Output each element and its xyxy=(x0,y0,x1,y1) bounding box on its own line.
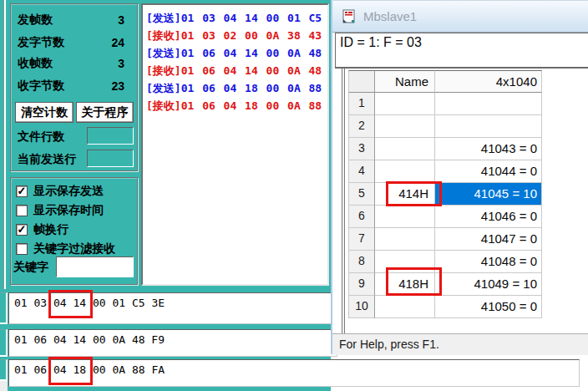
checkbox-box[interactable]: ✓ xyxy=(16,224,28,236)
value-cell[interactable]: 41046 = 0 xyxy=(435,206,542,228)
checkbox-label: 显示保存时间 xyxy=(33,203,104,218)
table-row: 6 41046 = 0 xyxy=(348,206,542,228)
corner-header-cell xyxy=(348,70,375,93)
value-cell[interactable] xyxy=(435,93,542,115)
checkbox-box[interactable] xyxy=(16,205,28,216)
row-number[interactable]: 5 xyxy=(348,183,375,206)
window-title: Mbslave1 xyxy=(363,9,417,23)
file-lines-label: 文件行数 xyxy=(18,129,64,145)
name-cell[interactable]: 414H xyxy=(375,183,435,206)
grid-left-edge xyxy=(342,69,345,333)
slave-id-header: ID = 1: F = 03 xyxy=(335,33,588,69)
hex-annotated-bytes: 04 18 xyxy=(53,363,86,376)
row-number[interactable]: 6 xyxy=(348,206,375,228)
stat-label: 发帧数 xyxy=(11,13,53,28)
hex-annotated-bytes: 04 14 xyxy=(53,297,86,309)
check-icon: ✓ xyxy=(18,223,27,236)
checkbox-keyword-filter[interactable]: 关键字过滤接收 xyxy=(16,241,115,256)
hex-text: 00 01 C5 3E xyxy=(86,297,165,309)
row-number[interactable]: 9 xyxy=(348,273,375,296)
stat-received-frames: 收帧数 3 xyxy=(11,54,137,73)
row-number[interactable]: 3 xyxy=(348,138,375,160)
send-frame-input-1[interactable]: 01 03 04 14 00 01 C5 3E xyxy=(8,292,337,324)
row-number[interactable]: 4 xyxy=(348,160,375,183)
stat-label: 收帧数 xyxy=(11,56,53,71)
table-row: 10 41050 = 0 xyxy=(348,296,542,318)
send-frame-input-3[interactable]: 01 06 04 18 00 0A 88 FA xyxy=(8,359,580,387)
checkbox-label: 帧换行 xyxy=(33,222,68,237)
row-number[interactable]: 8 xyxy=(348,251,375,273)
mbslave-window: Mbslave1 ID = 1: F = 03 Name 4x1040 1 2 … xyxy=(331,0,588,354)
keyword-input[interactable] xyxy=(56,256,134,277)
log-line: [接收]01 03 02 00 0A 38 43 xyxy=(146,27,327,44)
document-icon xyxy=(342,9,357,24)
file-lines-input[interactable] xyxy=(87,127,134,145)
name-cell[interactable] xyxy=(375,228,435,251)
background-patch xyxy=(0,381,8,391)
stat-value: 3 xyxy=(118,13,137,27)
stat-value: 3 xyxy=(118,57,137,70)
name-cell[interactable] xyxy=(375,160,435,183)
stat-label: 收字节数 xyxy=(11,79,64,94)
checkbox-label: 关键字过滤接收 xyxy=(33,241,115,256)
stat-value: 24 xyxy=(111,36,137,49)
clear-count-button[interactable]: 清空计数 xyxy=(15,102,74,123)
statistics-groupbox: 发帧数 3 发字节数 24 收帧数 3 收字节数 23 清空计数 关于程序 文件… xyxy=(10,3,138,171)
table-row: 9 418H 41049 = 10 xyxy=(348,273,542,296)
value-cell[interactable]: 41044 = 0 xyxy=(435,160,542,183)
stat-received-bytes: 收字节数 23 xyxy=(11,77,137,95)
checkbox-box[interactable] xyxy=(16,243,28,255)
checkbox-show-save-send[interactable]: ✓ 显示保存发送 xyxy=(16,184,104,199)
value-cell[interactable]: 41043 = 0 xyxy=(435,138,542,160)
screen: 发帧数 3 发字节数 24 收帧数 3 收字节数 23 清空计数 关于程序 文件… xyxy=(0,0,588,391)
row-number[interactable]: 10 xyxy=(348,296,375,318)
value-cell[interactable]: 41048 = 0 xyxy=(435,251,542,273)
value-cell[interactable]: 41049 = 10 xyxy=(435,273,542,296)
name-cell[interactable]: 418H xyxy=(375,273,435,296)
send-frame-input-2[interactable]: 01 06 04 14 00 0A 48 F9 xyxy=(8,329,337,357)
cropped-left-control xyxy=(0,292,8,324)
comm-log-area[interactable]: [发送]01 03 04 14 00 01 C5 3E [接收]01 03 02… xyxy=(141,3,329,286)
checkbox-frame-newline[interactable]: ✓ 帧换行 xyxy=(16,222,68,237)
table-row: 7 41047 = 0 xyxy=(348,228,542,251)
name-column-header: Name xyxy=(375,70,435,93)
cropped-left-control xyxy=(0,359,8,381)
current-send-line-label: 当前发送行 xyxy=(18,152,76,167)
value-cell[interactable] xyxy=(435,115,542,138)
stat-label: 发字节数 xyxy=(11,35,64,50)
value-cell[interactable]: 41045 = 10 xyxy=(435,183,542,206)
checkbox-box[interactable]: ✓ xyxy=(16,185,28,197)
hex-text: 01 06 xyxy=(14,363,53,376)
name-cell[interactable] xyxy=(375,115,435,138)
checkbox-show-save-time[interactable]: 显示保存时间 xyxy=(16,203,104,218)
table-row: 4 41044 = 0 xyxy=(348,160,542,183)
value-cell[interactable]: 41047 = 0 xyxy=(435,228,542,251)
current-send-line-input[interactable] xyxy=(87,150,134,167)
stat-sent-frames: 发帧数 3 xyxy=(11,11,137,29)
hex-text: 01 03 xyxy=(14,297,53,309)
log-line: [接收]01 06 04 18 00 0A 88 FA xyxy=(146,97,327,114)
row-number[interactable]: 2 xyxy=(348,115,375,138)
status-bar: For Help, press F1. xyxy=(332,333,588,355)
name-cell[interactable] xyxy=(375,296,435,318)
log-line: [发送]01 06 04 18 00 0A 88 FA xyxy=(146,79,327,97)
table-row: 2 xyxy=(348,115,542,138)
value-cell[interactable]: 41050 = 0 xyxy=(435,296,542,318)
row-number[interactable]: 7 xyxy=(348,228,375,251)
name-cell[interactable] xyxy=(375,93,435,115)
row-number[interactable]: 1 xyxy=(348,93,375,115)
table-row: 5 414H 41045 = 10 xyxy=(348,183,542,206)
about-program-button[interactable]: 关于程序 xyxy=(76,102,134,123)
name-cell[interactable] xyxy=(375,206,435,228)
mbslave-titlebar[interactable]: Mbslave1 xyxy=(332,1,588,33)
check-icon: ✓ xyxy=(18,185,27,197)
keyword-label: 关键字 xyxy=(13,260,48,275)
checkbox-label: 显示保存发送 xyxy=(33,184,104,199)
hex-text: 01 06 04 14 00 0A 48 F9 xyxy=(14,333,165,346)
table-row: 1 xyxy=(348,93,542,115)
hex-text: 00 0A 88 FA xyxy=(86,363,165,376)
stat-value: 23 xyxy=(111,79,137,93)
name-cell[interactable] xyxy=(375,138,435,160)
address-column-header: 4x1040 xyxy=(435,70,542,93)
register-grid: Name 4x1040 1 2 3 41043 = 0 4 4104 xyxy=(348,70,542,318)
